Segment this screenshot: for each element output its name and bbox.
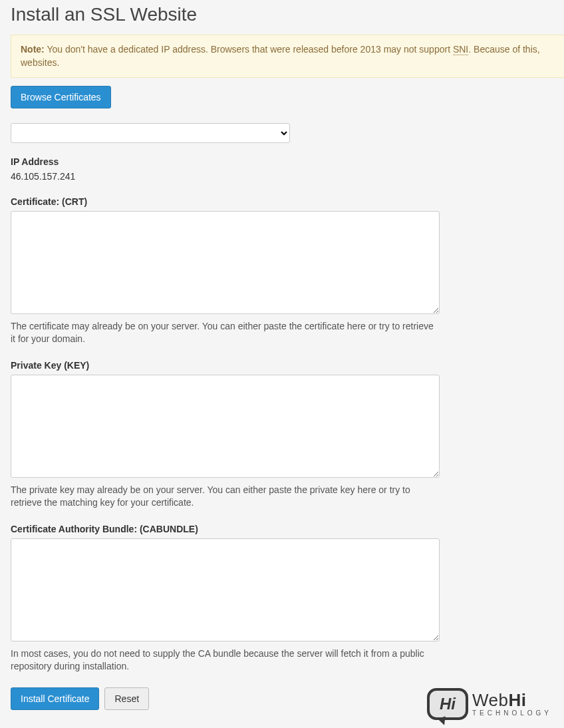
install-certificate-button[interactable]: Install Certificate [11, 687, 99, 710]
logo-hi-text: Hi [440, 695, 456, 713]
note-text-1: You don't have a dedicated IP address. B… [45, 44, 453, 55]
brand-logo: Hi WebHi TECHNOLOGY [427, 688, 552, 720]
sni-abbr: SNI [453, 44, 468, 55]
logo-brand: WebHi [472, 691, 552, 709]
page-title: Install an SSL Website [11, 4, 553, 25]
private-key-textarea[interactable] [11, 375, 440, 478]
private-key-help: The private key may already be on your s… [11, 484, 440, 509]
note-banner: Note: You don't have a dedicated IP addr… [11, 35, 564, 78]
certificate-label: Certificate: (CRT) [11, 196, 553, 207]
certificate-textarea[interactable] [11, 211, 440, 314]
cabundle-help: In most cases, you do not need to supply… [11, 647, 440, 673]
browse-certificates-button[interactable]: Browse Certificates [11, 86, 111, 108]
domain-select[interactable] [11, 123, 290, 143]
logo-subtitle: TECHNOLOGY [472, 710, 552, 717]
cabundle-textarea[interactable] [11, 538, 440, 641]
reset-button[interactable]: Reset [104, 687, 149, 710]
cabundle-label: Certificate Authority Bundle: (CABUNDLE) [11, 524, 553, 534]
certificate-help: The certificate may already be on your s… [11, 320, 440, 345]
logo-bubble-icon: Hi [427, 688, 468, 720]
ip-address-value: 46.105.157.241 [11, 171, 553, 182]
ip-address-label: IP Address [11, 156, 553, 167]
private-key-label: Private Key (KEY) [11, 360, 553, 371]
note-prefix: Note: [21, 44, 45, 55]
